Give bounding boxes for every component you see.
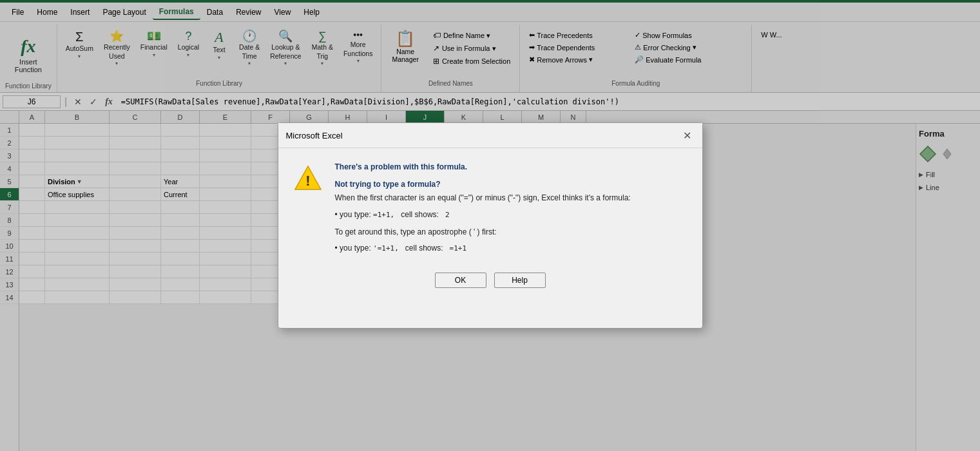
dialog-body: ! There's a problem with this formula. N…: [278, 148, 702, 265]
dialog-main-message: There's a problem with this formula.: [335, 161, 687, 173]
example1-result-prefix: cell shows:: [401, 210, 439, 219]
dialog-example1: • you type: =1+1, cell shows: 2: [335, 209, 687, 221]
warning-icon: !: [294, 164, 322, 194]
dialog-text: There's a problem with this formula. Not…: [335, 161, 687, 254]
dialog-titlebar: Microsoft Excel ✕: [278, 123, 702, 148]
dialog-ok-button[interactable]: OK: [435, 273, 486, 288]
example1-prefix: • you type:: [335, 210, 371, 219]
dialog-title: Microsoft Excel: [286, 131, 343, 140]
example1-typed: =1+1,: [373, 211, 394, 219]
modal-overlay[interactable]: Microsoft Excel ✕ ! There's a problem wi…: [0, 0, 980, 451]
dialog-section1-text: When the first character is an equal ("=…: [335, 192, 687, 204]
example2-prefix: • you type:: [335, 244, 371, 253]
dialog-footer: OK Help: [278, 265, 702, 298]
example2-typed: '=1+1,: [373, 244, 399, 253]
excel-error-dialog: Microsoft Excel ✕ ! There's a problem wi…: [278, 122, 703, 329]
dialog-section1-title: Not trying to type a formula?: [335, 178, 687, 191]
dialog-help-button[interactable]: Help: [494, 273, 546, 288]
svg-text:!: !: [305, 173, 310, 189]
dialog-example2: • you type: '=1+1, cell shows: =1+1: [335, 242, 687, 254]
example2-result-prefix: cell shows:: [405, 244, 443, 253]
example1-result: 2: [445, 211, 450, 219]
dialog-close-button[interactable]: ✕: [680, 128, 695, 142]
example2-result: =1+1: [450, 244, 467, 253]
dialog-section2-title: To get around this, type an apostrophe (…: [335, 227, 497, 236]
dialog-section2: To get around this, type an apostrophe (…: [335, 226, 687, 238]
